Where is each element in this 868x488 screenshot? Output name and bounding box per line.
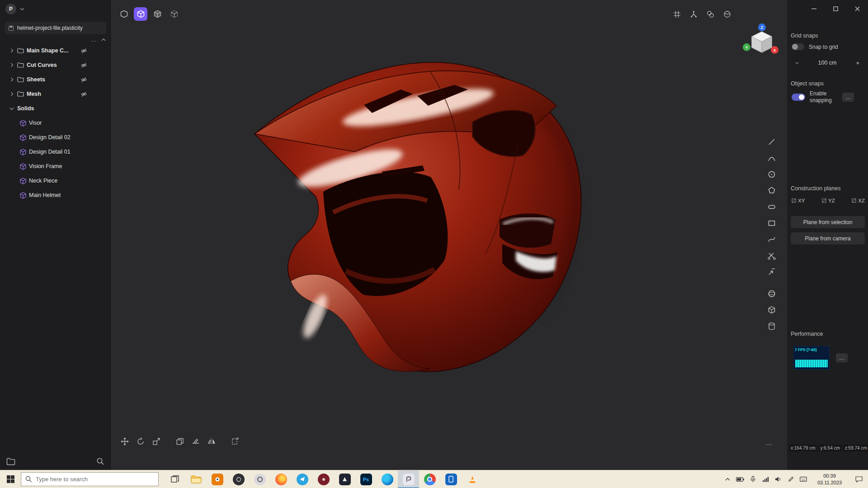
tray-chevron-up-icon[interactable]: [722, 470, 733, 488]
tree-item-main-helmet[interactable]: Main Helmet: [0, 188, 111, 202]
paste-tool-icon[interactable]: [228, 435, 242, 448]
tree-item-visor[interactable]: Visor: [0, 116, 111, 130]
firefox-icon[interactable]: [270, 470, 292, 488]
snap-to-grid-toggle[interactable]: [792, 43, 804, 50]
enable-snapping-toggle[interactable]: [792, 94, 805, 101]
move-tool-icon[interactable]: [118, 435, 132, 448]
touch-keyboard-icon[interactable]: [797, 470, 809, 488]
chevron-down-icon[interactable]: [20, 8, 24, 11]
slice-tool-icon[interactable]: [189, 435, 203, 448]
scale-tool-icon[interactable]: [150, 435, 163, 448]
tree-folder-cut-curves[interactable]: Cut Curves: [0, 58, 111, 72]
minimize-button[interactable]: [803, 0, 825, 17]
tree-group-solids[interactable]: Solids: [0, 101, 111, 116]
chrome-icon[interactable]: [419, 470, 440, 488]
environment-icon[interactable]: [720, 7, 734, 21]
battery-icon[interactable]: [734, 470, 746, 488]
app-logo[interactable]: P: [5, 4, 16, 14]
sphere-tool-icon[interactable]: [765, 286, 778, 302]
search-tree-icon[interactable]: [96, 457, 104, 465]
rotate-tool-icon[interactable]: [134, 435, 147, 448]
visibility-off-icon[interactable]: [80, 77, 87, 83]
3d-viewport[interactable]: Z Y x …: [111, 0, 787, 470]
media-app-icon[interactable]: [313, 470, 334, 488]
tree-item-design-detail-01[interactable]: Design Detail 01: [0, 145, 111, 159]
axis-z-badge[interactable]: Z: [758, 23, 766, 31]
grid-size-value[interactable]: 100 cm: [818, 60, 837, 66]
edge-icon[interactable]: [377, 470, 398, 488]
tree-item-neck-piece[interactable]: Neck Piece: [0, 174, 111, 188]
navigation-cube[interactable]: Z Y x: [739, 23, 783, 64]
chevron-right-icon[interactable]: [8, 92, 15, 96]
search-input[interactable]: [36, 476, 144, 483]
tree-folder-main-shape[interactable]: Main Shape C...: [0, 43, 111, 58]
audio-app-icon[interactable]: [228, 470, 249, 488]
chevron-down-icon[interactable]: [8, 107, 15, 110]
tree-item-vision-frame[interactable]: Vision Frame: [0, 159, 111, 174]
offset-tool-icon[interactable]: [765, 264, 778, 280]
store-app-icon[interactable]: [334, 470, 355, 488]
grid-display-icon[interactable]: [670, 7, 684, 21]
task-view-button[interactable]: [164, 470, 185, 488]
solid-mode-button[interactable]: [151, 7, 164, 21]
plane-xz-button[interactable]: XZ: [852, 198, 865, 203]
start-button[interactable]: [0, 470, 21, 488]
axis-x-badge[interactable]: x: [771, 46, 778, 54]
current-file[interactable]: helmet-project-file.plasticity: [5, 22, 106, 34]
browser-ring-icon[interactable]: [249, 470, 270, 488]
plane-from-camera-button[interactable]: Plane from camera: [791, 232, 865, 244]
tree-folder-mesh[interactable]: Mesh: [0, 87, 111, 101]
plane-from-selection-button[interactable]: Plane from selection: [791, 216, 865, 228]
object-snaps-more-button[interactable]: …: [842, 93, 854, 102]
tools-icon[interactable]: [687, 7, 700, 21]
grid-size-decrease-button[interactable]: −: [795, 60, 799, 66]
visibility-off-icon[interactable]: [80, 91, 87, 97]
visibility-off-icon[interactable]: [80, 62, 87, 68]
tree-folder-sheets[interactable]: Sheets: [0, 72, 111, 87]
duplicate-tool-icon[interactable]: [173, 435, 187, 448]
polygon-tool-icon[interactable]: [765, 183, 778, 199]
action-center-icon[interactable]: [850, 470, 868, 488]
taskbar-clock[interactable]: 00:39 03.11.2023: [813, 473, 846, 486]
rectangle-tool-icon[interactable]: [765, 215, 778, 231]
plasticity-icon[interactable]: [398, 470, 419, 488]
xray-mode-button[interactable]: [167, 7, 181, 21]
plane-xy-button[interactable]: XY: [792, 198, 805, 203]
plane-yz-button[interactable]: YZ: [822, 198, 835, 203]
pen-icon[interactable]: [785, 470, 797, 488]
chevron-right-icon[interactable]: [8, 63, 15, 67]
circle-tool-icon[interactable]: [765, 166, 778, 183]
vlc-icon[interactable]: [462, 470, 483, 488]
materials-icon[interactable]: [703, 7, 717, 21]
shaded-mode-button[interactable]: [134, 7, 147, 21]
cylinder-tool-icon[interactable]: [765, 318, 778, 334]
axis-y-badge[interactable]: Y: [743, 43, 750, 51]
slot-tool-icon[interactable]: [765, 199, 778, 215]
photoshop-icon[interactable]: Ps: [355, 470, 377, 488]
tree-more-button[interactable]: …: [91, 36, 97, 43]
visibility-off-icon[interactable]: [80, 48, 87, 54]
chevron-right-icon[interactable]: [8, 48, 15, 53]
tree-item-design-detail-02[interactable]: Design Detail 02: [0, 130, 111, 145]
phone-link-icon[interactable]: [440, 470, 462, 488]
mirror-tool-icon[interactable]: [205, 435, 218, 448]
telegram-icon[interactable]: [292, 470, 313, 488]
chevron-right-icon[interactable]: [8, 77, 15, 82]
viewport-more-button[interactable]: …: [763, 436, 775, 448]
maximize-button[interactable]: [825, 0, 846, 17]
tree-collapse-icon[interactable]: [101, 38, 106, 41]
new-folder-icon[interactable]: [6, 458, 15, 465]
performance-more-button[interactable]: …: [836, 353, 848, 362]
trim-tool-icon[interactable]: [765, 248, 778, 264]
wireframe-mode-button[interactable]: [117, 7, 131, 21]
microphone-icon[interactable]: [747, 470, 759, 488]
box-tool-icon[interactable]: [765, 302, 778, 318]
line-tool-icon[interactable]: [765, 134, 778, 150]
taskbar-search[interactable]: [21, 472, 159, 486]
blender-icon[interactable]: [207, 470, 228, 488]
spline-tool-icon[interactable]: [765, 231, 778, 248]
grid-size-increase-button[interactable]: +: [856, 60, 859, 66]
file-explorer-icon[interactable]: [185, 470, 207, 488]
network-icon[interactable]: [760, 470, 771, 488]
arc-tool-icon[interactable]: [765, 150, 778, 166]
